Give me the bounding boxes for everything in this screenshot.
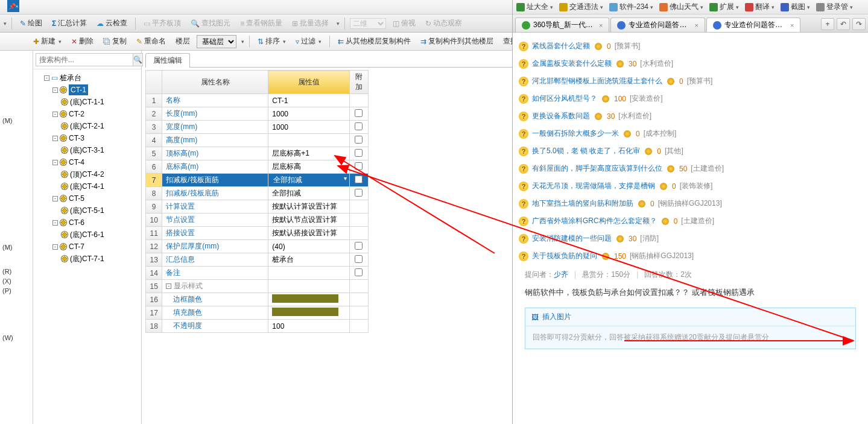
qa-item[interactable]: ? 广西省外墙涂料GRC构件怎么套定额？ 0 [土建造价] xyxy=(519,212,862,230)
property-row[interactable]: 18不透明度100 xyxy=(146,320,369,333)
property-row[interactable]: 5顶标高(m)层底标高+1 xyxy=(146,147,369,160)
value-cell[interactable] xyxy=(268,280,350,293)
qa-title[interactable]: 紧线器套什么定额 xyxy=(532,41,590,51)
extra-checkbox[interactable] xyxy=(355,176,363,183)
property-row[interactable]: 8扣减板/筏板底筋全部扣减 xyxy=(146,187,369,200)
qa-item[interactable]: ? 换了5.0锁，老 锁 收走了，石化审 0 [其他] xyxy=(519,142,862,160)
bookmark-item[interactable]: 软件-234▾ xyxy=(609,2,653,12)
property-row[interactable]: 1名称CT-1 xyxy=(146,94,369,107)
close-icon[interactable]: × xyxy=(599,22,603,29)
property-row[interactable]: 6底标高(m)层底标高 xyxy=(146,160,369,174)
value-cell[interactable] xyxy=(268,134,350,147)
bookmark-item[interactable]: 翻译▾ xyxy=(745,2,775,12)
tree-child[interactable]: (底)CT-2-1 xyxy=(60,120,140,132)
extra-checkbox[interactable] xyxy=(355,149,363,157)
tree-child[interactable]: (顶)CT-4-2 xyxy=(60,168,140,180)
browser-tab[interactable]: 360导航_新一代安全× xyxy=(515,17,609,32)
filter-button[interactable]: ▿过滤▾ xyxy=(293,35,325,48)
property-row[interactable]: 3宽度(mm)1000 xyxy=(146,121,369,134)
property-table[interactable]: 属性名称 属性值 附加 1名称CT-12长度(mm)10003宽度(mm)100… xyxy=(145,70,369,333)
close-icon[interactable]: × xyxy=(790,22,794,29)
qa-title[interactable]: 河北邯郸型钢楼板上面浇筑混凝土套什么 xyxy=(532,76,662,86)
search-input[interactable] xyxy=(36,53,133,66)
qa-item[interactable]: ? 有斜屋面的，脚手架高度应该算到什么位 50 [土建造价] xyxy=(519,160,862,177)
tree-item[interactable]: - CT-6 xyxy=(51,217,140,229)
draw-button[interactable]: ✎绘图 xyxy=(17,17,45,30)
sum-calc-button[interactable]: Σ汇总计算 xyxy=(49,17,90,30)
qa-item[interactable]: ? 河北邯郸型钢楼板上面浇筑混凝土套什么 0 [预算书] xyxy=(519,72,862,90)
tree-root[interactable]: -▭ 桩承台 xyxy=(43,72,140,84)
qa-item[interactable]: ? 金属盖板安装套什么定额 30 [水利造价] xyxy=(519,55,862,72)
tree-item[interactable]: - CT-4 xyxy=(51,156,140,168)
browser-tab[interactable]: 专业造价问题答疑平× xyxy=(610,17,705,32)
browser-tab[interactable]: 专业造价问题答疑平× xyxy=(706,17,800,32)
bookmark-item[interactable]: 截图▾ xyxy=(781,2,810,12)
value-cell[interactable]: 按默认计算设置计算 xyxy=(268,200,350,214)
qa-title[interactable]: 一般侧石拆除大概多少一米 xyxy=(532,128,619,139)
bookmark-item[interactable]: 交通违法▾ xyxy=(559,2,603,12)
tree-child[interactable]: (底)CT-1-1 xyxy=(60,96,140,108)
pin-tab[interactable]: 📌× xyxy=(7,0,19,12)
extra-checkbox[interactable] xyxy=(355,162,363,170)
bookmark-item[interactable]: 址大全▾ xyxy=(516,2,553,12)
value-cell[interactable]: 按默认节点设置计算 xyxy=(268,214,350,227)
tree-item[interactable]: - CT-2 xyxy=(51,108,140,120)
floor-button[interactable]: 楼层 xyxy=(173,35,193,48)
value-cell[interactable]: 1000 xyxy=(268,107,350,121)
tree-child[interactable]: (底)CT-5-1 xyxy=(60,204,140,217)
value-cell[interactable]: 100 xyxy=(268,320,350,333)
bookmark-item[interactable]: 登录管▾ xyxy=(816,2,853,12)
tree-child[interactable]: (底)CT-3-1 xyxy=(60,144,140,156)
qa-title[interactable]: 地下室挡土墙的竖向筋和附加筋 xyxy=(532,198,633,209)
qa-item[interactable]: ? 天花无吊顶，现需做隔墙，支撑是槽钢 0 [装饰装修] xyxy=(519,177,862,195)
property-row[interactable]: 13汇总信息桩承台 xyxy=(146,253,369,267)
qa-item[interactable]: ? 安装消防建模的一些问题 30 [消防] xyxy=(519,230,862,247)
qa-item[interactable]: ? 如何区分风机型号？ 100 [安装造价] xyxy=(519,90,862,107)
property-row[interactable]: 9计算设置按默认计算设置计算 xyxy=(146,200,369,214)
extra-checkbox[interactable] xyxy=(355,189,363,197)
qa-title[interactable]: 关于筏板负筋的疑问 xyxy=(532,251,597,261)
qa-item[interactable]: ? 紧线器套什么定额 0 [预算书] xyxy=(519,37,862,55)
extra-checkbox[interactable] xyxy=(355,268,363,276)
qa-item[interactable]: ? 地下室挡土墙的竖向筋和附加筋 0 [钢筋抽样GGJ2013] xyxy=(519,195,862,212)
value-cell[interactable]: (40) xyxy=(268,240,350,253)
new-button[interactable]: ✚新建▾ xyxy=(30,35,65,48)
qa-title[interactable]: 换了5.0锁，老 锁 收走了，石化审 xyxy=(532,146,640,156)
qa-title[interactable]: 天花无吊顶，现需做隔墙，支撑是槽钢 xyxy=(532,181,655,191)
value-cell[interactable]: 1000 xyxy=(268,121,350,134)
close-icon[interactable]: × xyxy=(694,22,698,29)
value-cell[interactable]: 按默认搭接设置计算 xyxy=(268,227,350,240)
property-row[interactable]: 14备注 xyxy=(146,267,369,280)
dropdown-icon[interactable]: ▾ xyxy=(4,21,7,27)
qa-title[interactable]: 广西省外墙涂料GRC构件怎么套定额？ xyxy=(532,216,657,226)
tree-child[interactable]: (底)CT-6-1 xyxy=(60,229,140,241)
delete-button[interactable]: ✕删除 xyxy=(68,35,97,48)
value-cell[interactable]: 桩承台 xyxy=(268,253,350,267)
tree-item[interactable]: - CT-5 xyxy=(51,192,140,204)
extra-checkbox[interactable] xyxy=(355,122,363,130)
bookmark-item[interactable]: 佛山天气▾ xyxy=(659,2,703,12)
tree-child[interactable]: (底)CT-4-1 xyxy=(60,180,140,192)
component-tree[interactable]: -▭ 桩承台- CT-1 (底)CT-1-1- CT-2 (底)CT-2-1- … xyxy=(33,69,141,424)
qa-title[interactable]: 有斜屋面的，脚手架高度应该算到什么位 xyxy=(532,163,662,174)
copy-from-floor-button[interactable]: ⇇从其他楼层复制构件 xyxy=(335,35,414,48)
copy-to-floor-button[interactable]: ⇉复制构件到其他楼层 xyxy=(417,35,496,48)
answer-placeholder[interactable]: 回答即可得2分贡献分，回答被采纳获得系统赠送20贡献分及提问者悬赏分 xyxy=(525,326,855,349)
view-mode-select[interactable]: 二维 xyxy=(350,18,386,29)
value-cell[interactable]: 层底标高+1 xyxy=(268,147,350,160)
property-row[interactable]: 11搭接设置按默认搭接设置计算 xyxy=(146,227,369,240)
cloud-check-button[interactable]: ☁云检查 xyxy=(93,17,130,30)
property-row[interactable]: 16边框颜色 xyxy=(146,293,369,306)
property-row[interactable]: 12保护层厚度(mm)(40) xyxy=(146,240,369,253)
forward-button[interactable]: ↷ xyxy=(852,18,866,30)
sort-button[interactable]: ⇅排序▾ xyxy=(255,35,289,48)
copy-button[interactable]: ⿻复制 xyxy=(100,35,130,48)
back-button[interactable]: ↶ xyxy=(837,18,850,30)
tree-item[interactable]: - CT-1 xyxy=(51,84,140,96)
bookmark-item[interactable]: 扩展▾ xyxy=(709,2,739,12)
qa-title[interactable]: 金属盖板安装套什么定额 xyxy=(532,59,612,69)
color-swatch[interactable] xyxy=(272,294,338,303)
tree-child[interactable]: (底)CT-7-1 xyxy=(60,253,140,265)
value-cell[interactable]: CT-1 xyxy=(268,94,350,107)
value-cell[interactable]: 全部扣减 xyxy=(268,187,350,200)
